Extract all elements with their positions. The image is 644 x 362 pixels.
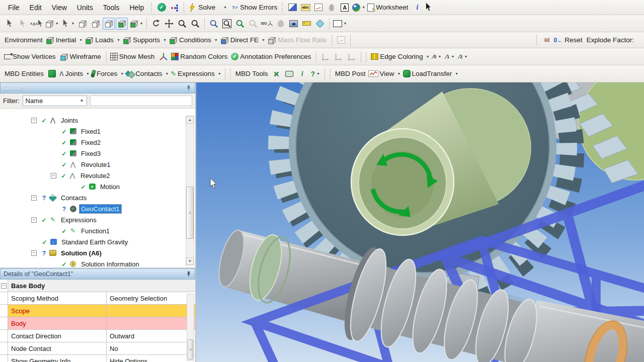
explode-spring-button[interactable]: ≋ǀ <box>540 34 552 46</box>
edge-thickness-2-dropdown[interactable]: ⁄ 2 <box>457 51 469 63</box>
tree-item-revolute2[interactable]: ⋀ Revolute2 <box>0 170 195 181</box>
tag-button[interactable] <box>314 18 326 30</box>
details-scrollbar[interactable] <box>187 294 194 361</box>
tree-item-joints[interactable]: ⋀ Joints <box>0 115 195 126</box>
tree-item-revolute1[interactable]: ⋀ Revolute1 <box>0 159 195 170</box>
probe-button[interactable] <box>326 2 338 14</box>
tree-item-fixed3[interactable]: Fixed3 <box>0 148 195 159</box>
edge-thickness-1-dropdown[interactable]: ⁄ 1 <box>444 51 456 63</box>
select-label-button[interactable] <box>4 18 16 30</box>
load-transfer-dropdown[interactable]: LoadTransfer <box>403 68 459 80</box>
filter-search-input[interactable] <box>90 96 193 106</box>
menu-help[interactable]: Help <box>124 2 149 14</box>
collapse-toggle[interactable] <box>31 195 37 201</box>
tree-item-fixed1[interactable]: Fixed1 <box>0 126 195 137</box>
show-mesh-button[interactable]: Show Mesh <box>110 51 157 63</box>
insert-connections-button[interactable] <box>169 2 181 14</box>
worksheet-button[interactable]: Worksheet <box>367 2 410 14</box>
details-row-contact-direction[interactable]: Contact Direction Outward <box>0 330 195 342</box>
collapse-toggle[interactable] <box>31 118 37 123</box>
zoom-button[interactable] <box>176 18 188 30</box>
joints-dropdown[interactable]: Λ Joints <box>59 68 90 80</box>
show-vertices-button[interactable]: Show Vertices <box>4 51 58 63</box>
geometry-viewport[interactable] <box>196 82 644 362</box>
zoom-to-fit-button[interactable] <box>234 18 246 30</box>
rotate-button[interactable] <box>150 18 162 30</box>
zoom-in-button[interactable] <box>189 18 201 30</box>
triad-toggle-button[interactable] <box>157 51 170 63</box>
tree-item-motion[interactable]: ➤ Motion <box>0 181 195 192</box>
loads-dropdown[interactable]: Loads <box>84 34 121 46</box>
mbd-monitor-button[interactable] <box>283 68 295 80</box>
annotation-preferences-button[interactable]: Annotation Preferences <box>230 51 313 63</box>
edge-coloring-dropdown[interactable]: Edge Coloring <box>370 51 430 63</box>
tree-item-fixed2[interactable]: Fixed2 <box>0 137 195 148</box>
manage-views-button[interactable] <box>275 18 287 30</box>
new-figure-button[interactable] <box>286 2 298 14</box>
edge-thickness-0-dropdown[interactable]: ⁄ 0 <box>431 51 443 63</box>
select-body-button[interactable] <box>116 18 128 30</box>
direct-fe-dropdown[interactable]: Direct FE <box>219 34 266 46</box>
scroll-thumb[interactable] <box>188 339 193 359</box>
collapse-toggle[interactable] <box>51 173 56 178</box>
new-chart-button[interactable] <box>312 2 325 14</box>
scroll-down-arrow[interactable]: ▼ <box>186 257 194 265</box>
details-row-node-contact[interactable]: Node Contact No <box>0 342 195 355</box>
details-row-show-geometry-info[interactable]: Show Geometry Info Hide Options <box>0 355 195 362</box>
pin-icon[interactable] <box>186 271 192 277</box>
menu-edit[interactable]: Edit <box>25 2 47 14</box>
mbd-view-dropdown[interactable]: View <box>368 68 401 80</box>
random-colors-button[interactable]: Random Colors <box>171 51 229 63</box>
info-button[interactable]: i <box>412 2 424 14</box>
tree-item-gravity[interactable]: ↓ Standard Earth Gravity <box>0 236 195 247</box>
details-row-base-body[interactable]: Base Body <box>0 280 195 292</box>
select-mode-dropdown[interactable] <box>44 18 59 30</box>
extend-selection-dropdown[interactable] <box>129 18 144 30</box>
annotation-font-button[interactable]: A <box>339 2 351 14</box>
pin-icon[interactable] <box>186 85 192 91</box>
select-pointer-dropdown[interactable] <box>60 18 75 30</box>
wireframe-button[interactable]: Wireframe <box>59 51 103 63</box>
scroll-thumb[interactable] <box>186 187 194 239</box>
viewports-button[interactable] <box>288 18 300 30</box>
ruler-button[interactable] <box>301 18 313 30</box>
appearance-dropdown[interactable] <box>352 2 366 14</box>
explode-reset-button[interactable]: 0← Reset <box>553 34 584 46</box>
iso-view-button[interactable]: ISO <box>260 18 273 30</box>
show-errors-button[interactable]: ?✓ Show Errors <box>231 2 279 14</box>
select-direction-button[interactable] <box>17 18 29 30</box>
collapse-toggle[interactable] <box>31 217 37 223</box>
forces-dropdown[interactable]: Forces <box>91 68 124 80</box>
tree-item-function1[interactable]: ✎ Function1 <box>0 225 195 236</box>
box-zoom-button[interactable] <box>221 18 233 30</box>
details-row-body[interactable]: Body <box>0 317 195 330</box>
filter-type-select[interactable]: Name <box>23 96 87 106</box>
previous-view-button[interactable] <box>247 18 259 30</box>
collapse-toggle[interactable] <box>31 250 37 256</box>
menu-view[interactable]: View <box>47 2 72 14</box>
solve-dropdown[interactable] <box>218 2 230 14</box>
magnifier-window-button[interactable] <box>208 18 220 30</box>
tree-item-solution-information[interactable]: i Solution Information <box>0 258 195 267</box>
expressions-dropdown[interactable]: ✎ Expressions <box>170 68 221 80</box>
window-layout-dropdown[interactable] <box>333 18 348 30</box>
select-face-button[interactable] <box>103 18 115 30</box>
supports-dropdown[interactable]: Supports <box>122 34 167 46</box>
mbd-info-button[interactable]: i <box>296 68 308 80</box>
tree-item-solution[interactable]: Solution (A6) <box>0 247 195 258</box>
solve-button[interactable]: Solve <box>187 2 217 14</box>
details-row-scope[interactable]: Scope <box>0 305 195 317</box>
tree-item-contacts[interactable]: Contacts <box>0 192 195 203</box>
tree-item-geocontact1[interactable]: ✳ GeoContact1 <box>0 203 195 214</box>
mbd-help-dropdown[interactable]: ? <box>309 68 321 80</box>
menu-file[interactable]: File <box>3 2 25 14</box>
menu-tools[interactable]: Tools <box>98 2 125 14</box>
mbd-entities-button[interactable] <box>46 68 58 80</box>
pan-button[interactable] <box>163 18 175 30</box>
tree-item-expressions[interactable]: ✎ Expressions <box>0 214 195 225</box>
new-label-button[interactable]: abc <box>299 2 311 14</box>
conditions-dropdown[interactable]: Conditions <box>168 34 218 46</box>
select-coordinates-button[interactable]: x,y,z <box>30 18 43 30</box>
select-edge-button[interactable] <box>90 18 102 30</box>
outline-scrollbar[interactable]: ▲ ▼ <box>186 116 194 265</box>
